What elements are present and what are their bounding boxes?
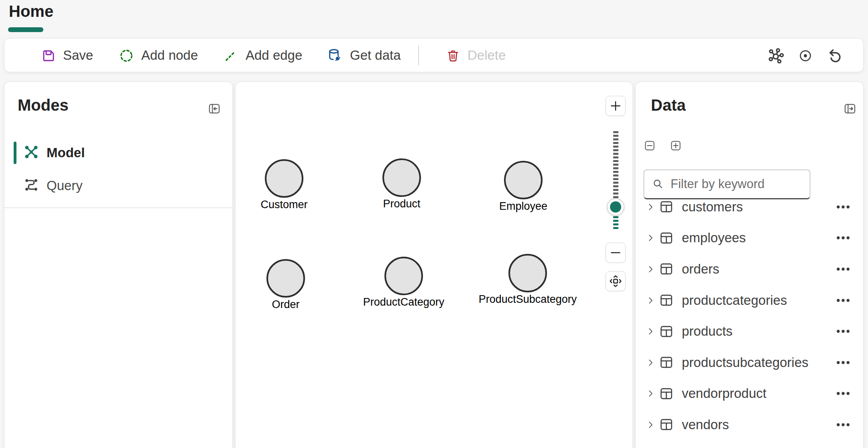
chevron-right-icon[interactable] <box>645 357 656 368</box>
table-row-orders[interactable]: orders <box>636 253 863 285</box>
save-button[interactable]: Save <box>41 39 93 73</box>
add-node-button[interactable]: Add node <box>119 39 198 73</box>
zoom-slider-track[interactable] <box>613 131 618 198</box>
modes-panel-title: Modes <box>18 96 69 114</box>
delete-button[interactable]: Delete <box>446 39 506 73</box>
more-options-button[interactable] <box>835 202 851 212</box>
toolbar-divider <box>418 45 419 65</box>
layout-graph-button[interactable] <box>765 39 787 73</box>
table-row-vendorproduct[interactable]: vendorproduct <box>636 378 863 409</box>
data-panel: Data custome <box>635 81 864 448</box>
toolbar: Save Add node Add edge <box>4 38 864 72</box>
chevron-right-icon[interactable] <box>645 202 656 212</box>
table-icon <box>659 293 674 308</box>
chevron-right-icon[interactable] <box>645 388 656 399</box>
delete-label: Delete <box>468 48 506 63</box>
more-options-button[interactable] <box>835 295 851 306</box>
table-icon <box>659 231 674 245</box>
minus-square-icon <box>644 139 656 152</box>
zoom-slider-thumb[interactable] <box>607 198 624 216</box>
table-name: orders <box>682 262 720 277</box>
table-name: customers <box>682 199 743 215</box>
collapse-all-button[interactable] <box>644 140 656 152</box>
more-dots-icon <box>835 264 851 274</box>
chevron-right-icon[interactable] <box>645 420 656 430</box>
table-icon <box>659 324 674 339</box>
sidebar-item-model-label: Model <box>47 145 85 160</box>
app-window: Home Save Add node Add edge <box>0 0 868 448</box>
filter-keyword-input[interactable] <box>670 176 804 192</box>
table-row-products[interactable]: products <box>636 316 863 347</box>
tab-home-active-indicator <box>8 27 43 32</box>
modes-panel: Modes Model <box>4 81 233 448</box>
chevron-right-icon[interactable] <box>645 326 656 337</box>
more-dots-icon <box>835 233 851 243</box>
more-dots-icon <box>835 326 851 337</box>
chevron-right-icon[interactable] <box>645 295 656 306</box>
table-row-customers[interactable]: customers <box>636 191 863 223</box>
pan-arrows-icon <box>608 274 623 288</box>
table-list: customers employees <box>636 191 863 440</box>
sidebar-item-query[interactable]: Query <box>4 171 232 200</box>
table-name: productcategories <box>682 293 787 308</box>
more-dots-icon <box>835 388 851 399</box>
graph-canvas[interactable]: Customer Product Employee Order ProductC… <box>235 81 633 448</box>
undo-button[interactable] <box>824 39 846 73</box>
database-plug-icon <box>327 48 343 64</box>
trash-icon <box>446 49 460 63</box>
table-row-employees[interactable]: employees <box>636 223 863 254</box>
graph-node-productcategory[interactable] <box>384 257 423 295</box>
table-icon <box>659 199 674 214</box>
graph-node-label: ProductSubcategory <box>455 293 600 306</box>
circle-dot-icon <box>798 49 813 63</box>
table-icon <box>659 386 674 401</box>
more-options-button[interactable] <box>835 233 851 243</box>
add-edge-label: Add edge <box>246 48 302 63</box>
table-name: productsubcategories <box>682 355 809 370</box>
more-options-button[interactable] <box>835 420 851 430</box>
dashed-edge-icon <box>223 48 238 63</box>
plus-square-icon <box>670 139 682 152</box>
collapse-panel-right-icon <box>843 102 857 116</box>
model-network-icon <box>24 144 39 160</box>
chevron-right-icon[interactable] <box>645 233 656 243</box>
search-icon <box>652 178 664 190</box>
sidebar-item-query-label: Query <box>47 178 83 193</box>
graph-node-label: ProductCategory <box>331 296 476 308</box>
table-row-vendors[interactable]: vendors <box>636 409 863 440</box>
graph-hub-icon <box>767 47 785 65</box>
chevron-right-icon[interactable] <box>645 264 656 274</box>
table-name: employees <box>682 230 746 245</box>
sidebar-item-model[interactable]: Model <box>4 138 232 167</box>
fit-view-button[interactable] <box>606 271 626 291</box>
graph-node-product[interactable] <box>382 158 421 197</box>
collapse-data-panel-button[interactable] <box>843 102 857 116</box>
more-dots-icon <box>835 295 851 306</box>
add-node-label: Add node <box>141 48 198 63</box>
table-icon <box>659 262 674 276</box>
collapse-panel-left-icon <box>207 102 221 116</box>
table-icon <box>659 417 674 432</box>
more-options-button[interactable] <box>835 264 851 274</box>
table-row-productsubcategories[interactable]: productsubcategories <box>636 347 863 378</box>
tab-home[interactable]: Home <box>9 2 53 20</box>
graph-node-productsubcategory[interactable] <box>508 254 547 292</box>
add-edge-button[interactable]: Add edge <box>223 39 302 73</box>
more-options-button[interactable] <box>835 357 851 368</box>
get-data-button[interactable]: Get data <box>327 39 401 73</box>
collapse-modes-panel-button[interactable] <box>207 102 221 116</box>
center-view-button[interactable] <box>795 39 816 73</box>
graph-node-customer[interactable] <box>265 159 303 198</box>
more-options-button[interactable] <box>835 326 851 337</box>
graph-node-order[interactable] <box>266 259 305 298</box>
table-row-productcategories[interactable]: productcategories <box>636 285 863 316</box>
zoom-out-button[interactable] <box>606 243 626 263</box>
graph-node-employee[interactable] <box>504 161 543 199</box>
table-name: products <box>682 324 733 339</box>
minus-icon <box>609 246 622 259</box>
more-options-button[interactable] <box>835 388 851 399</box>
more-dots-icon <box>835 420 851 430</box>
zoom-slider-track-active[interactable] <box>613 216 618 230</box>
expand-all-button[interactable] <box>670 140 682 152</box>
zoom-in-button[interactable] <box>606 96 626 116</box>
